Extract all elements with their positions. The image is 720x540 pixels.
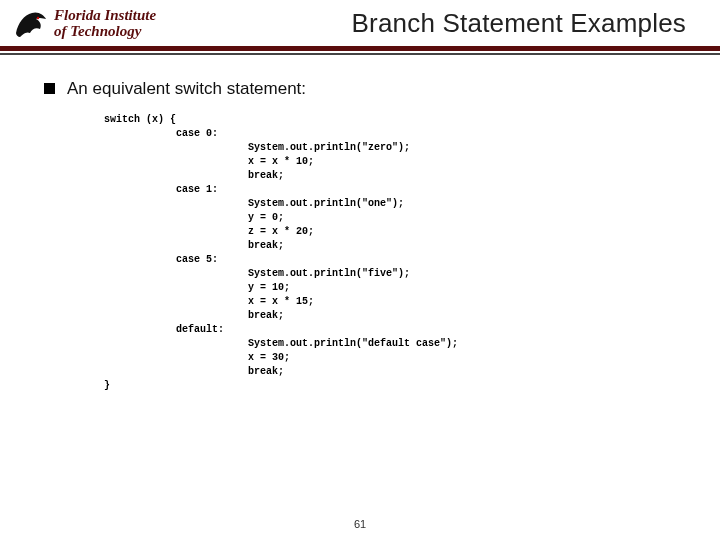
institution-line2: of Technology — [54, 24, 156, 40]
panther-icon — [14, 9, 50, 39]
slide-content: An equivalent switch statement: switch (… — [0, 79, 720, 393]
header-divider — [0, 46, 720, 51]
code-line: default: — [104, 324, 224, 335]
header-subdivider — [0, 53, 720, 55]
bullet-text: An equivalent switch statement: — [67, 79, 306, 99]
code-line: y = 10; — [104, 282, 290, 293]
square-bullet-icon — [44, 83, 55, 94]
code-line: case 1: — [104, 184, 218, 195]
code-block: switch (x) { case 0: System.out.println(… — [104, 113, 696, 393]
code-line: System.out.println("default case"); — [104, 338, 458, 349]
code-line: break; — [104, 366, 284, 377]
code-line: System.out.println("zero"); — [104, 142, 410, 153]
institution-line1: Florida Institute — [54, 8, 156, 24]
slide-title: Branch Statement Examples — [156, 8, 706, 39]
code-line: break; — [104, 170, 284, 181]
svg-point-0 — [37, 17, 39, 19]
code-line: y = 0; — [104, 212, 284, 223]
page-number: 61 — [0, 518, 720, 530]
slide-header: Florida Institute of Technology Branch S… — [0, 0, 720, 46]
code-line: case 0: — [104, 128, 218, 139]
institution-logo: Florida Institute of Technology — [14, 8, 156, 40]
code-line: x = 30; — [104, 352, 290, 363]
code-line: case 5: — [104, 254, 218, 265]
bullet-item: An equivalent switch statement: — [44, 79, 696, 99]
code-line: } — [104, 380, 110, 391]
code-line: x = x * 15; — [104, 296, 314, 307]
code-line: switch (x) { — [104, 114, 176, 125]
code-line: System.out.println("one"); — [104, 198, 404, 209]
code-line: z = x * 20; — [104, 226, 314, 237]
code-line: break; — [104, 240, 284, 251]
code-line: x = x * 10; — [104, 156, 314, 167]
code-line: break; — [104, 310, 284, 321]
institution-name: Florida Institute of Technology — [54, 8, 156, 40]
code-line: System.out.println("five"); — [104, 268, 410, 279]
